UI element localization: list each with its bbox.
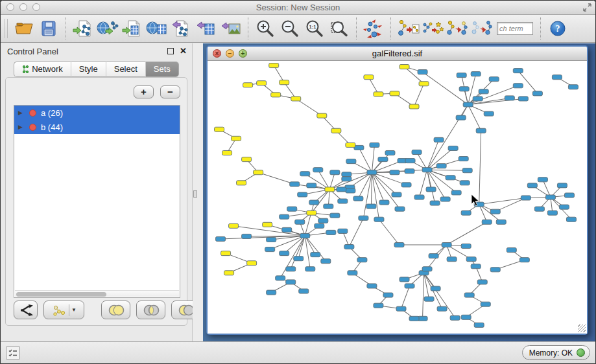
- graph-node[interactable]: [519, 258, 529, 262]
- graph-node[interactable]: [532, 91, 542, 96]
- graph-node[interactable]: [552, 75, 562, 80]
- graph-node[interactable]: [477, 280, 487, 284]
- graph-node[interactable]: [451, 190, 461, 195]
- graph-node[interactable]: [431, 286, 440, 291]
- graph-node[interactable]: [429, 254, 438, 258]
- graph-node[interactable]: [315, 223, 324, 228]
- graph-node[interactable]: [291, 97, 301, 101]
- scrollbar-thumb[interactable]: [16, 292, 106, 297]
- graph-node[interactable]: [221, 251, 231, 256]
- graph-node[interactable]: [505, 96, 514, 100]
- graph-node[interactable]: [437, 306, 447, 311]
- graph-node[interactable]: [307, 183, 316, 188]
- graph-node[interactable]: [286, 280, 296, 284]
- graph-node[interactable]: [412, 150, 422, 154]
- horizontal-scrollbar[interactable]: [15, 290, 179, 297]
- graph-node[interactable]: [247, 261, 257, 266]
- create-set-dropdown-button[interactable]: ▼: [43, 301, 84, 319]
- graph-node[interactable]: [254, 170, 263, 175]
- graph-node[interactable]: [344, 245, 354, 249]
- graph-node[interactable]: [479, 89, 488, 94]
- graph-node[interactable]: [399, 277, 409, 282]
- graph-node[interactable]: [330, 213, 340, 218]
- add-set-button[interactable]: +: [134, 85, 154, 98]
- expand-arrow-icon[interactable]: ▶: [18, 109, 25, 116]
- graph-node[interactable]: [300, 233, 310, 238]
- graph-node[interactable]: [367, 170, 377, 175]
- graph-node[interactable]: [405, 169, 414, 174]
- graph-node[interactable]: [422, 168, 432, 172]
- graph-node[interactable]: [476, 128, 486, 133]
- graph-node[interactable]: [280, 80, 289, 85]
- select-from-network-button[interactable]: [420, 16, 445, 41]
- graph-node[interactable]: [424, 297, 434, 301]
- graph-node[interactable]: [378, 157, 388, 162]
- graph-node[interactable]: [357, 258, 367, 262]
- close-window-button[interactable]: [6, 3, 14, 11]
- graph-node[interactable]: [243, 83, 253, 87]
- graph-node[interactable]: [237, 181, 246, 185]
- graph-node[interactable]: [513, 69, 523, 73]
- frame-close-button[interactable]: ×: [213, 49, 221, 58]
- frame-resize-grip[interactable]: [578, 324, 586, 332]
- graph-node[interactable]: [507, 248, 516, 253]
- graph-node[interactable]: [538, 177, 547, 182]
- graph-node[interactable]: [374, 217, 384, 222]
- graph-node[interactable]: [299, 289, 309, 293]
- tab-sets[interactable]: Sets: [146, 62, 179, 77]
- graph-node[interactable]: [313, 168, 323, 172]
- graph-node[interactable]: [564, 193, 574, 198]
- graph-node[interactable]: [490, 209, 500, 214]
- graph-node[interactable]: [464, 293, 474, 297]
- graph-node[interactable]: [282, 227, 292, 232]
- memory-status-button[interactable]: Memory: OK: [522, 345, 590, 360]
- graph-node[interactable]: [471, 264, 481, 269]
- graph-node[interactable]: [462, 168, 472, 173]
- graph-node[interactable]: [545, 195, 555, 199]
- task-history-button[interactable]: [6, 346, 20, 360]
- graph-node[interactable]: [342, 177, 352, 181]
- graph-node[interactable]: [463, 102, 473, 107]
- network-canvas[interactable]: [208, 62, 587, 334]
- graph-node[interactable]: [489, 77, 499, 82]
- export-network-button[interactable]: [169, 16, 194, 41]
- graph-node[interactable]: [459, 157, 468, 161]
- graph-node[interactable]: [280, 251, 289, 256]
- graph-node[interactable]: [418, 70, 427, 74]
- export-image-button[interactable]: [219, 16, 243, 41]
- list-item-set-a[interactable]: ▶ a (26): [14, 106, 180, 120]
- minimize-window-button[interactable]: [19, 3, 27, 11]
- graph-node[interactable]: [215, 127, 224, 131]
- graph-node[interactable]: [298, 192, 307, 197]
- graph-node[interactable]: [346, 159, 356, 164]
- graph-node[interactable]: [456, 115, 466, 120]
- show-selected-button[interactable]: [445, 16, 470, 41]
- graph-node[interactable]: [342, 172, 352, 177]
- graph-node[interactable]: [364, 75, 374, 80]
- graph-node[interactable]: [566, 217, 576, 222]
- zoom-selected-region-button[interactable]: [327, 16, 352, 41]
- graph-node[interactable]: [257, 81, 267, 85]
- graph-node[interactable]: [436, 164, 446, 168]
- graph-node[interactable]: [311, 253, 320, 257]
- graph-node[interactable]: [414, 195, 424, 199]
- graph-node[interactable]: [460, 181, 470, 185]
- graph-node[interactable]: [383, 293, 393, 297]
- graph-node[interactable]: [353, 196, 363, 201]
- graph-node[interactable]: [367, 284, 377, 288]
- graph-node[interactable]: [440, 197, 450, 201]
- graph-node[interactable]: [490, 267, 500, 272]
- open-session-button[interactable]: [12, 16, 36, 41]
- graph-node[interactable]: [496, 220, 506, 224]
- import-network-url-button[interactable]: [95, 16, 120, 41]
- graph-node[interactable]: [405, 159, 415, 163]
- graph-node[interactable]: [461, 244, 471, 249]
- graph-node[interactable]: [366, 204, 376, 209]
- graph-node[interactable]: [568, 85, 578, 89]
- graph-node[interactable]: [405, 284, 414, 288]
- graph-node[interactable]: [513, 84, 523, 88]
- graph-node[interactable]: [338, 199, 348, 203]
- graph-node[interactable]: [559, 205, 569, 209]
- graph-node[interactable]: [307, 210, 316, 215]
- toolbar-drag-handle[interactable]: [5, 19, 8, 38]
